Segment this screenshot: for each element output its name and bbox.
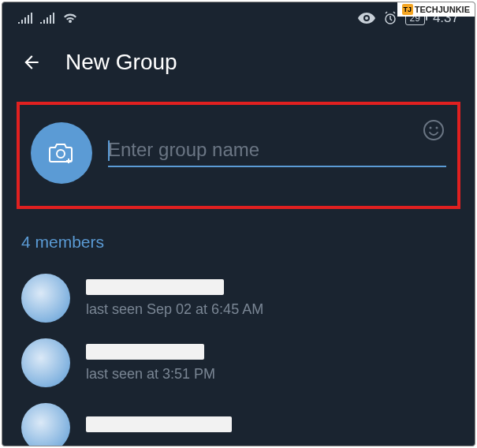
member-name-redacted (86, 279, 224, 295)
svg-point-2 (424, 121, 443, 140)
svg-point-3 (430, 127, 432, 129)
members-count: 4 members (21, 233, 456, 252)
watermark-text: TECHJUNKIE (415, 5, 470, 14)
svg-point-4 (436, 127, 438, 129)
text-cursor (108, 140, 110, 161)
svg-point-1 (57, 150, 65, 158)
member-row[interactable]: last seen Sep 02 at 6:45 AM (21, 266, 456, 330)
watermark-logo: TJ (402, 4, 413, 15)
watermark-badge: TJ TECHJUNKIE (397, 2, 475, 17)
avatar (21, 403, 70, 446)
group-name-section (17, 102, 460, 209)
eye-icon (358, 13, 375, 24)
alarm-icon (383, 11, 397, 25)
avatar (21, 338, 70, 387)
group-name-input[interactable] (108, 139, 446, 161)
page-title: New Group (65, 50, 177, 75)
member-name-redacted (86, 416, 232, 432)
camera-icon (48, 141, 75, 165)
member-name-redacted (86, 344, 204, 360)
member-row[interactable]: last seen at 3:51 PM (21, 330, 456, 395)
add-photo-button[interactable] (31, 122, 92, 184)
avatar (21, 274, 70, 323)
signal-icon-2 (40, 13, 54, 24)
signal-icon (18, 13, 32, 24)
app-header: New Group (2, 34, 475, 86)
wifi-icon (62, 12, 78, 24)
emoji-button[interactable] (423, 119, 445, 141)
member-row[interactable] (21, 395, 456, 446)
member-last-seen: last seen at 3:51 PM (86, 366, 456, 383)
members-section: 4 members last seen Sep 02 at 6:45 AM la… (2, 209, 475, 446)
member-last-seen: last seen Sep 02 at 6:45 AM (86, 301, 456, 318)
back-button[interactable] (21, 52, 42, 73)
